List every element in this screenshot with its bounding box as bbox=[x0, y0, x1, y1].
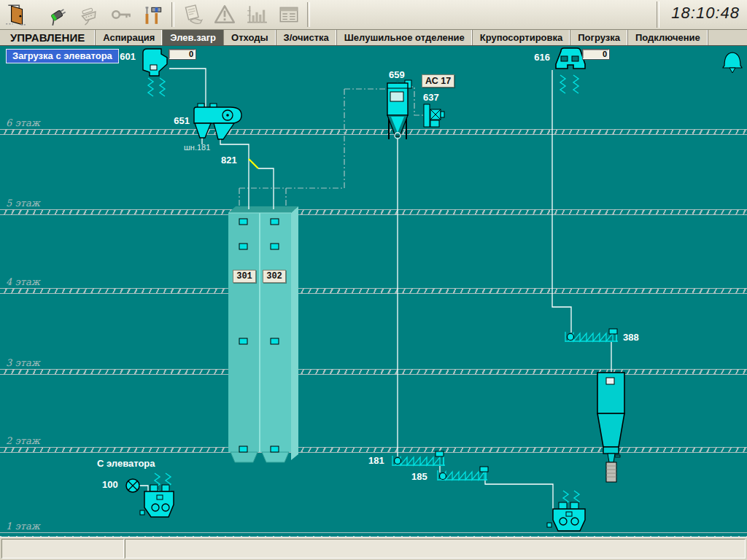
equipment-elevator-boot-left-icon[interactable] bbox=[140, 473, 174, 517]
tab-othody[interactable]: Отходы bbox=[224, 30, 276, 45]
silo-block-301-302[interactable] bbox=[228, 206, 298, 462]
label-601: 601 bbox=[114, 51, 136, 62]
tag-silo-302[interactable]: 302 bbox=[263, 270, 286, 283]
equipment-601-icon[interactable] bbox=[143, 49, 167, 96]
tag-ac17: АС 17 bbox=[422, 74, 454, 88]
label-616: 616 bbox=[525, 52, 550, 63]
label-637: 637 bbox=[423, 92, 439, 103]
mnemonic-scheme: 6 этаж 5 этаж 4 этаж 3 этаж 2 этаж 1 эта… bbox=[0, 46, 747, 537]
tab-aspiratsiya[interactable]: Аспирация bbox=[96, 30, 163, 45]
exit-door-icon[interactable] bbox=[0, 1, 32, 28]
toolbar-separator bbox=[657, 1, 659, 28]
valve-100-icon[interactable] bbox=[126, 479, 139, 492]
power-connector-icon[interactable] bbox=[41, 1, 73, 28]
label-659: 659 bbox=[389, 69, 405, 80]
label-181: 181 bbox=[368, 455, 384, 466]
value-616[interactable]: 0 bbox=[582, 49, 610, 60]
label-shn181: шн.181 bbox=[184, 143, 210, 152]
equipment-388-screw-icon[interactable] bbox=[565, 329, 618, 342]
report-log-icon[interactable] bbox=[177, 1, 209, 28]
status-panel-main bbox=[125, 539, 746, 559]
tab-podklyuchenie[interactable]: Подключение bbox=[628, 30, 708, 45]
equipment-659-cyclone-icon[interactable] bbox=[387, 79, 411, 139]
trend-chart-icon[interactable] bbox=[241, 1, 273, 28]
toolbar-separator bbox=[171, 2, 174, 27]
status-panel-left bbox=[1, 539, 124, 559]
scada-window: 18:10:48 УПРАВЛЕНИЕ Аспирация Элев.загр … bbox=[0, 0, 747, 560]
toolbar: 18:10:48 bbox=[0, 0, 747, 30]
equipment-616-icon[interactable] bbox=[556, 48, 585, 93]
label-651: 651 bbox=[168, 115, 190, 126]
alarm-warning-icon[interactable] bbox=[209, 1, 241, 28]
tab-zochistka[interactable]: З/очистка bbox=[276, 30, 337, 45]
tag-silo-301[interactable]: 301 bbox=[233, 270, 256, 283]
label-185: 185 bbox=[411, 471, 427, 482]
equipment-637-fan-icon[interactable] bbox=[424, 104, 444, 127]
scheme-title: Загрузка с элеватора bbox=[6, 49, 119, 63]
tab-elev-zagr[interactable]: Элев.загр bbox=[163, 30, 224, 45]
tab-kruposortirovka[interactable]: Крупосортировка bbox=[473, 30, 570, 45]
label-from-elevator: С элеватора bbox=[97, 458, 155, 469]
label-821: 821 bbox=[221, 155, 237, 166]
equipment-185-screw-icon[interactable] bbox=[438, 467, 488, 481]
label-388: 388 bbox=[623, 332, 639, 343]
equipment-181-screw-icon[interactable] bbox=[392, 451, 445, 466]
flow-lines bbox=[139, 69, 611, 510]
alarm-bell-icon[interactable] bbox=[723, 52, 742, 73]
value-601[interactable]: 0 bbox=[169, 49, 196, 60]
serial-connector-icon[interactable] bbox=[73, 1, 105, 28]
control-panel-icon[interactable] bbox=[273, 1, 305, 28]
equipment-loading-bin-icon[interactable] bbox=[597, 373, 624, 482]
status-bar bbox=[0, 537, 747, 560]
toolbar-separator bbox=[307, 2, 310, 27]
tab-bar: УПРАВЛЕНИЕ Аспирация Элев.загр Отходы З/… bbox=[0, 30, 747, 46]
tab-bar-filler bbox=[708, 30, 747, 45]
equipment-651-icon[interactable] bbox=[194, 104, 241, 139]
clock: 18:10:48 bbox=[671, 4, 740, 23]
diverter-flap-821[interactable] bbox=[249, 159, 258, 168]
access-key-icon[interactable] bbox=[105, 1, 137, 28]
service-tools-icon[interactable] bbox=[137, 1, 169, 28]
tab-pogruzka[interactable]: Погрузка bbox=[570, 30, 628, 45]
label-100: 100 bbox=[102, 479, 118, 490]
tab-upravlenie[interactable]: УПРАВЛЕНИЕ bbox=[0, 30, 96, 45]
tab-shelushilnoe[interactable]: Шелушильное отделение bbox=[337, 30, 473, 45]
